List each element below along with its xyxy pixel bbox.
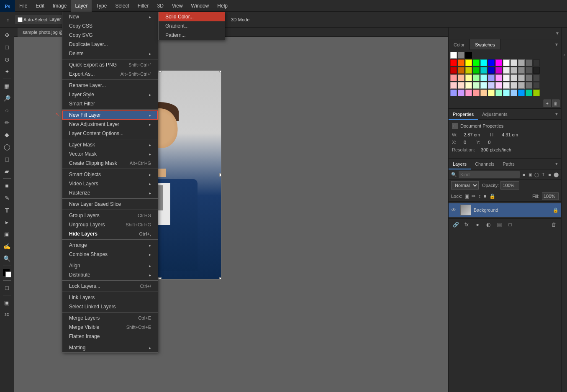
- swatch[interactable]: [533, 59, 540, 66]
- swatch[interactable]: [473, 74, 480, 81]
- tab-adjustments[interactable]: Adjustments: [478, 109, 512, 120]
- auto-select-checkbox[interactable]: [18, 17, 23, 22]
- lock-position-btn[interactable]: ↕: [478, 193, 481, 199]
- lasso-tool[interactable]: ⊙: [1, 54, 13, 65]
- swatch[interactable]: [450, 67, 457, 74]
- menu-arrange[interactable]: Arrange ▸: [62, 241, 158, 250]
- handle-tr[interactable]: [219, 70, 221, 72]
- swatch[interactable]: [465, 90, 472, 96]
- swatch[interactable]: [526, 74, 532, 81]
- swatch[interactable]: [526, 82, 532, 89]
- menu-type[interactable]: Type: [92, 0, 111, 12]
- align-right-btn[interactable]: ⬜: [166, 14, 177, 25]
- layers-menu-btn[interactable]: ▼: [552, 159, 561, 169]
- history-brush-tool[interactable]: ◯: [1, 141, 13, 153]
- swatch[interactable]: [518, 59, 525, 66]
- swatches-menu-btn[interactable]: ▼: [552, 39, 561, 50]
- swatch[interactable]: [533, 67, 540, 74]
- more-options-btn[interactable]: •••: [216, 14, 227, 25]
- menu-image[interactable]: Image: [49, 0, 71, 12]
- menu-3d[interactable]: 3D: [153, 0, 167, 12]
- properties-menu-btn[interactable]: ▼: [552, 109, 561, 119]
- crop-tool[interactable]: ▦: [1, 80, 13, 92]
- swatch[interactable]: [511, 67, 517, 74]
- layers-search-input[interactable]: [459, 171, 520, 178]
- handle-mr[interactable]: [219, 173, 221, 177]
- swatch[interactable]: [480, 82, 487, 89]
- menu-smart-objects[interactable]: Smart Objects ▸: [62, 170, 158, 179]
- menu-group-layers[interactable]: Group Layers Ctrl+G: [62, 211, 158, 220]
- menu-quick-export[interactable]: Quick Export as PNG Shift+Ctrl+': [62, 60, 158, 69]
- hand-tool[interactable]: ✍: [1, 241, 13, 252]
- handle-br[interactable]: [219, 277, 221, 279]
- swatch[interactable]: [473, 59, 480, 66]
- menu-new-adjustment-layer[interactable]: New Adjustment Layer ▸: [62, 120, 158, 129]
- new-layer-btn[interactable]: □: [505, 220, 515, 229]
- brush-tool[interactable]: ✏: [1, 117, 13, 128]
- rectangle-tool[interactable]: ▣: [1, 228, 13, 240]
- swatch[interactable]: [503, 90, 510, 96]
- move-tool-btn[interactable]: ↕: [3, 14, 13, 25]
- swatch[interactable]: [503, 74, 510, 81]
- menu-filter[interactable]: Filter: [133, 0, 153, 12]
- type-tool[interactable]: T: [1, 204, 13, 216]
- swatch[interactable]: [495, 59, 502, 66]
- layer-filter-type[interactable]: T: [541, 171, 545, 178]
- swatch[interactable]: [450, 82, 457, 89]
- gradient-tool[interactable]: ▰: [1, 165, 13, 177]
- swatch[interactable]: [495, 82, 502, 89]
- swatch[interactable]: [458, 74, 464, 81]
- swatch[interactable]: [473, 82, 480, 89]
- menu-help[interactable]: Help: [213, 0, 232, 12]
- swatch[interactable]: [511, 90, 517, 96]
- swatch[interactable]: [518, 90, 525, 96]
- swatch[interactable]: [465, 74, 472, 81]
- tab-color[interactable]: Color: [449, 39, 470, 50]
- menu-layer-content-options[interactable]: Layer Content Options...: [62, 129, 158, 138]
- swatch[interactable]: [465, 82, 472, 89]
- delete-swatch-btn[interactable]: 🗑: [552, 100, 559, 107]
- swatch[interactable]: [533, 90, 540, 96]
- swatch[interactable]: [526, 90, 532, 96]
- swatch-gray[interactable]: [458, 52, 464, 59]
- layer-filter-adjust[interactable]: ◯: [534, 171, 539, 178]
- menu-merge-layers[interactable]: Merge Layers Ctrl+E: [62, 313, 158, 323]
- swatch[interactable]: [480, 90, 487, 96]
- swatch[interactable]: [533, 82, 540, 89]
- foreground-color[interactable]: [1, 267, 13, 279]
- menu-hide-layers[interactable]: Hide Layers Ctrl+,: [62, 229, 158, 238]
- menu-new-layer-based-slice[interactable]: New Layer Based Slice: [62, 200, 158, 209]
- lock-all-btn[interactable]: 🔒: [489, 193, 495, 199]
- swatch[interactable]: [511, 82, 517, 89]
- swatch[interactable]: [473, 90, 480, 96]
- swatch[interactable]: [488, 90, 495, 96]
- zoom-tool[interactable]: 🔍: [1, 253, 13, 264]
- new-swatch-btn[interactable]: +: [544, 100, 551, 107]
- lock-image-btn[interactable]: ✏: [472, 193, 476, 199]
- swatch[interactable]: [488, 67, 495, 74]
- layer-filter-smart[interactable]: ■: [547, 171, 552, 178]
- menu-edit[interactable]: Edit: [31, 0, 49, 12]
- swatch[interactable]: [450, 90, 457, 96]
- 3d-mode-btn[interactable]: 3D Model: [228, 14, 253, 25]
- menu-delete[interactable]: Delete ▸: [62, 49, 158, 58]
- swatch[interactable]: [458, 90, 464, 96]
- menu-select-linked-layers[interactable]: Select Linked Layers: [62, 302, 158, 311]
- pen-tool[interactable]: ✎: [1, 192, 13, 204]
- layer-visibility-toggle[interactable]: 👁: [451, 207, 458, 213]
- align-top-btn[interactable]: ⬜: [178, 14, 189, 25]
- swatch[interactable]: [458, 59, 464, 66]
- menu-rasterize[interactable]: Rasterize ▸: [62, 188, 158, 197]
- dodge-tool[interactable]: ■: [1, 180, 13, 192]
- magic-wand-tool[interactable]: ✦: [1, 66, 13, 77]
- eraser-tool[interactable]: ◻: [1, 153, 13, 165]
- add-fx-btn[interactable]: fx: [462, 220, 471, 229]
- menu-duplicate-layer[interactable]: Duplicate Layer...: [62, 40, 158, 49]
- menu-view[interactable]: View: [168, 0, 187, 12]
- tab-layers[interactable]: Layers: [449, 159, 471, 169]
- swatch[interactable]: [518, 82, 525, 89]
- menu-flatten-image[interactable]: Flatten Image: [62, 332, 158, 341]
- swatch[interactable]: [450, 59, 457, 66]
- swatch[interactable]: [518, 74, 525, 81]
- swatch[interactable]: [503, 82, 510, 89]
